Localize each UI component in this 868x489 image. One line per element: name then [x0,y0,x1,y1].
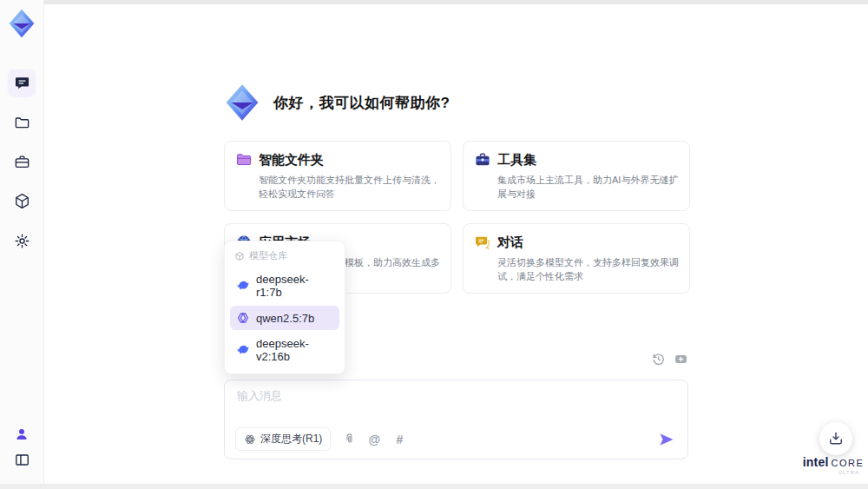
chat-gold-icon [474,234,491,251]
folder-icon [14,115,30,131]
ultra-logo-text: ULTRA [802,470,865,475]
sidebar-item-account[interactable] [9,421,35,447]
card-description: 集成市场上主流工具，助力AI与外界无缝扩展与对接 [497,173,682,201]
deepseek-icon [236,343,250,357]
attach-file-button[interactable] [342,433,356,446]
sidebar-item-settings[interactable] [9,228,35,254]
core-logo-text: CORE [832,458,865,468]
card-toolset[interactable]: 工具集 集成市场上主流工具，助力AI与外界无缝扩展与对接 [463,141,690,211]
deepseek-icon [236,279,250,293]
sidebar-item-tools[interactable] [9,149,35,175]
sidebar-collapse-button[interactable] [9,446,35,472]
download-button[interactable] [819,422,852,455]
greeting-text: 你好，我可以如何帮助你? [273,93,450,113]
model-dropdown: 模型仓库 deepseek-r1:7b qwen2.5:7b deepseek-… [224,241,345,374]
gear-icon [14,233,30,249]
model-option-label: qwen2.5:7b [256,312,314,325]
card-title: 智能文件夹 [259,152,324,169]
sidebar [0,0,44,489]
app-logo-icon [222,83,262,122]
model-option-label: deepseek-v2:16b [256,337,333,363]
card-title: 工具集 [497,152,536,169]
app-window: 你好，我可以如何帮助你? 智能文件夹 智能文件夹功能支持批量文件上传与清洗，轻松… [0,0,868,489]
hash-icon[interactable]: # [392,433,406,446]
briefcase-icon [14,154,30,170]
briefcase-navy-icon [474,151,491,169]
folder-purple-icon [235,151,253,169]
deep-think-label: 深度思考(R1) [260,432,322,446]
model-option-deepseek-r1[interactable]: deepseek-r1:7b [230,268,339,304]
window-bottom-edge [0,484,868,489]
model-option-deepseek-v2[interactable]: deepseek-v2:16b [230,332,339,368]
sidebar-item-chat[interactable] [9,69,35,96]
card-description: 智能文件夹功能支持批量文件上传与清洗，轻松实现文件问答 [259,173,444,201]
atom-icon [244,433,256,446]
qwen-icon [236,311,250,325]
paperclip-icon [343,433,356,446]
chat-actions [651,352,688,367]
composer-toolbar: 深度思考(R1) @ # [235,427,675,451]
repo-icon [234,251,245,261]
deep-think-toggle[interactable]: 深度思考(R1) [235,427,331,451]
at-icon[interactable]: @ [367,433,381,446]
panel-toggle-icon [14,452,30,468]
message-input[interactable] [237,388,675,425]
card-dialog[interactable]: 对话 灵活切换多模型文件，支持多样回复效果调试，满足个性化需求 [463,223,690,294]
window-top-edge [44,0,868,4]
download-icon [827,430,845,447]
send-icon[interactable] [658,431,675,448]
sidebar-item-files[interactable] [9,109,35,135]
card-title: 对话 [497,235,523,251]
card-smart-folder[interactable]: 智能文件夹 智能文件夹功能支持批量文件上传与清洗，轻松实现文件问答 [224,141,451,211]
intel-logo-text: intel [803,455,829,469]
cube-icon [14,193,30,209]
model-dropdown-header-label: 模型仓库 [249,249,287,262]
message-composer: 深度思考(R1) @ # [224,380,688,459]
intel-core-badge: intel CORE ULTRA [802,455,865,475]
chat-bubble-icon [14,75,30,91]
history-icon[interactable] [651,352,666,367]
user-icon [14,426,30,442]
model-dropdown-header: 模型仓库 [230,247,339,266]
model-option-label: deepseek-r1:7b [256,273,333,299]
card-description: 灵活切换多模型文件，支持多样回复效果调试，满足个性化需求 [497,255,682,283]
video-icon[interactable] [674,352,688,367]
model-option-qwen[interactable]: qwen2.5:7b [230,306,339,330]
greeting-row: 你好，我可以如何帮助你? [222,83,450,122]
app-logo-icon [6,8,37,39]
sidebar-item-apps[interactable] [9,188,35,214]
